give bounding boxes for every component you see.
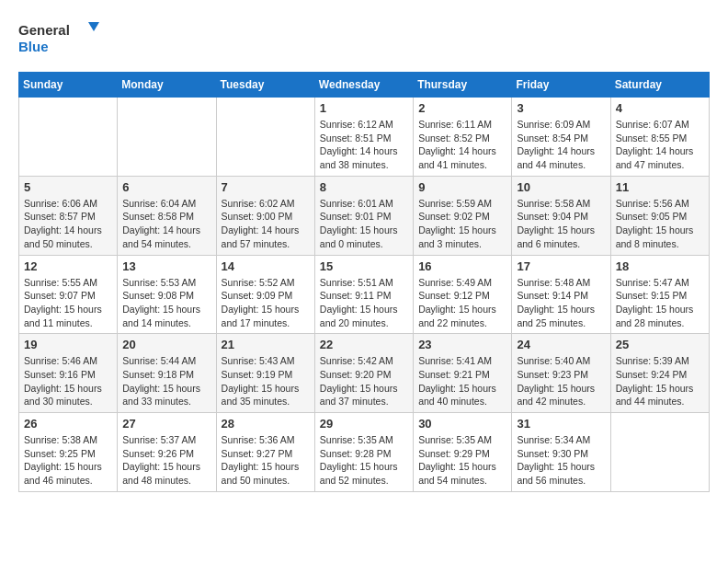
day-info: Sunrise: 5:40 AMSunset: 9:23 PMDaylight:… bbox=[517, 354, 605, 408]
header: General Blue bbox=[18, 18, 710, 57]
day-info: Sunrise: 5:46 AMSunset: 9:16 PMDaylight:… bbox=[24, 354, 112, 408]
weekday-header-thursday: Thursday bbox=[414, 73, 512, 98]
day-number: 1 bbox=[320, 101, 408, 115]
day-number: 2 bbox=[418, 101, 506, 115]
weekday-header-wednesday: Wednesday bbox=[314, 73, 413, 98]
weekday-header-monday: Monday bbox=[118, 73, 216, 98]
day-number: 13 bbox=[122, 259, 210, 273]
day-number: 15 bbox=[320, 259, 408, 273]
day-info: Sunrise: 5:38 AMSunset: 9:25 PMDaylight:… bbox=[24, 433, 112, 488]
day-info: Sunrise: 5:52 AMSunset: 9:09 PMDaylight:… bbox=[222, 276, 310, 330]
calendar-cell: 8Sunrise: 6:01 AMSunset: 9:01 PMDaylight… bbox=[314, 176, 413, 255]
day-number: 20 bbox=[122, 338, 210, 351]
calendar-cell bbox=[216, 98, 314, 177]
calendar-cell: 13Sunrise: 5:53 AMSunset: 9:08 PMDayligh… bbox=[118, 255, 216, 334]
day-number: 11 bbox=[616, 180, 704, 194]
calendar-cell: 29Sunrise: 5:35 AMSunset: 9:28 PMDayligh… bbox=[314, 413, 413, 492]
day-info: Sunrise: 5:37 AMSunset: 9:26 PMDaylight:… bbox=[122, 433, 210, 488]
weekday-header-tuesday: Tuesday bbox=[216, 73, 314, 98]
calendar-cell: 28Sunrise: 5:36 AMSunset: 9:27 PMDayligh… bbox=[216, 413, 314, 492]
day-number: 25 bbox=[616, 338, 704, 351]
day-number: 23 bbox=[418, 338, 506, 351]
day-number: 4 bbox=[616, 101, 704, 115]
calendar-cell: 3Sunrise: 6:09 AMSunset: 8:54 PMDaylight… bbox=[512, 98, 610, 177]
calendar-cell: 26Sunrise: 5:38 AMSunset: 9:25 PMDayligh… bbox=[19, 413, 118, 492]
calendar-cell: 22Sunrise: 5:42 AMSunset: 9:20 PMDayligh… bbox=[314, 334, 413, 413]
calendar-week-row: 19Sunrise: 5:46 AMSunset: 9:16 PMDayligh… bbox=[19, 334, 710, 413]
calendar-cell: 19Sunrise: 5:46 AMSunset: 9:16 PMDayligh… bbox=[19, 334, 118, 413]
svg-text:Blue: Blue bbox=[18, 39, 49, 54]
day-info: Sunrise: 5:55 AMSunset: 9:07 PMDaylight:… bbox=[24, 276, 112, 330]
day-number: 17 bbox=[517, 259, 605, 273]
calendar-cell: 21Sunrise: 5:43 AMSunset: 9:19 PMDayligh… bbox=[216, 334, 314, 413]
day-info: Sunrise: 6:07 AMSunset: 8:55 PMDaylight:… bbox=[616, 118, 704, 172]
calendar-cell: 4Sunrise: 6:07 AMSunset: 8:55 PMDaylight… bbox=[610, 98, 709, 177]
calendar-cell: 2Sunrise: 6:11 AMSunset: 8:52 PMDaylight… bbox=[414, 98, 512, 177]
calendar-cell bbox=[118, 98, 216, 177]
day-info: Sunrise: 6:02 AMSunset: 9:00 PMDaylight:… bbox=[222, 197, 310, 251]
day-number: 30 bbox=[418, 417, 506, 431]
day-number: 14 bbox=[222, 259, 310, 273]
day-info: Sunrise: 5:35 AMSunset: 9:28 PMDaylight:… bbox=[320, 433, 408, 488]
page: General Blue SundayMondayTuesdayWednesda… bbox=[0, 0, 728, 511]
weekday-header-saturday: Saturday bbox=[610, 73, 709, 98]
calendar-cell: 6Sunrise: 6:04 AMSunset: 8:58 PMDaylight… bbox=[118, 176, 216, 255]
day-info: Sunrise: 5:48 AMSunset: 9:14 PMDaylight:… bbox=[517, 276, 605, 330]
day-info: Sunrise: 5:34 AMSunset: 9:30 PMDaylight:… bbox=[517, 433, 605, 488]
day-info: Sunrise: 6:04 AMSunset: 8:58 PMDaylight:… bbox=[122, 197, 210, 251]
calendar-cell: 10Sunrise: 5:58 AMSunset: 9:04 PMDayligh… bbox=[512, 176, 610, 255]
day-number: 9 bbox=[418, 180, 506, 194]
day-info: Sunrise: 6:12 AMSunset: 8:51 PMDaylight:… bbox=[320, 118, 408, 172]
day-info: Sunrise: 5:49 AMSunset: 9:12 PMDaylight:… bbox=[418, 276, 506, 330]
day-info: Sunrise: 5:43 AMSunset: 9:19 PMDaylight:… bbox=[222, 354, 310, 408]
day-number: 21 bbox=[222, 338, 310, 351]
calendar-cell: 31Sunrise: 5:34 AMSunset: 9:30 PMDayligh… bbox=[512, 413, 610, 492]
day-number: 10 bbox=[517, 180, 605, 194]
weekday-header-row: SundayMondayTuesdayWednesdayThursdayFrid… bbox=[19, 73, 710, 98]
day-info: Sunrise: 5:56 AMSunset: 9:05 PMDaylight:… bbox=[616, 197, 704, 251]
day-number: 8 bbox=[320, 180, 408, 194]
day-info: Sunrise: 5:53 AMSunset: 9:08 PMDaylight:… bbox=[122, 276, 210, 330]
calendar-cell: 24Sunrise: 5:40 AMSunset: 9:23 PMDayligh… bbox=[512, 334, 610, 413]
day-info: Sunrise: 5:58 AMSunset: 9:04 PMDaylight:… bbox=[517, 197, 605, 251]
calendar-cell: 20Sunrise: 5:44 AMSunset: 9:18 PMDayligh… bbox=[118, 334, 216, 413]
day-info: Sunrise: 5:44 AMSunset: 9:18 PMDaylight:… bbox=[122, 354, 210, 408]
day-info: Sunrise: 5:59 AMSunset: 9:02 PMDaylight:… bbox=[418, 197, 506, 251]
day-info: Sunrise: 5:35 AMSunset: 9:29 PMDaylight:… bbox=[418, 433, 506, 488]
svg-text:General: General bbox=[18, 22, 70, 38]
day-number: 27 bbox=[122, 417, 210, 431]
day-info: Sunrise: 5:47 AMSunset: 9:15 PMDaylight:… bbox=[616, 276, 704, 330]
day-number: 7 bbox=[222, 180, 310, 194]
calendar-cell: 5Sunrise: 6:06 AMSunset: 8:57 PMDaylight… bbox=[19, 176, 118, 255]
calendar-cell: 17Sunrise: 5:48 AMSunset: 9:14 PMDayligh… bbox=[512, 255, 610, 334]
calendar-cell bbox=[19, 98, 118, 177]
calendar-cell: 11Sunrise: 5:56 AMSunset: 9:05 PMDayligh… bbox=[610, 176, 709, 255]
calendar-cell: 14Sunrise: 5:52 AMSunset: 9:09 PMDayligh… bbox=[216, 255, 314, 334]
calendar-week-row: 1Sunrise: 6:12 AMSunset: 8:51 PMDaylight… bbox=[19, 98, 710, 177]
day-number: 22 bbox=[320, 338, 408, 351]
calendar-cell: 27Sunrise: 5:37 AMSunset: 9:26 PMDayligh… bbox=[118, 413, 216, 492]
day-number: 6 bbox=[122, 180, 210, 194]
calendar-cell: 16Sunrise: 5:49 AMSunset: 9:12 PMDayligh… bbox=[414, 255, 512, 334]
svg-marker-2 bbox=[88, 22, 99, 31]
day-number: 19 bbox=[24, 338, 112, 351]
day-number: 18 bbox=[616, 259, 704, 273]
calendar-cell: 23Sunrise: 5:41 AMSunset: 9:21 PMDayligh… bbox=[414, 334, 512, 413]
day-info: Sunrise: 6:09 AMSunset: 8:54 PMDaylight:… bbox=[517, 118, 605, 172]
calendar-week-row: 12Sunrise: 5:55 AMSunset: 9:07 PMDayligh… bbox=[19, 255, 710, 334]
day-info: Sunrise: 6:06 AMSunset: 8:57 PMDaylight:… bbox=[24, 197, 112, 251]
weekday-header-sunday: Sunday bbox=[19, 73, 118, 98]
calendar-cell: 9Sunrise: 5:59 AMSunset: 9:02 PMDaylight… bbox=[414, 176, 512, 255]
calendar-week-row: 5Sunrise: 6:06 AMSunset: 8:57 PMDaylight… bbox=[19, 176, 710, 255]
calendar-cell: 25Sunrise: 5:39 AMSunset: 9:24 PMDayligh… bbox=[610, 334, 709, 413]
calendar-header: SundayMondayTuesdayWednesdayThursdayFrid… bbox=[19, 73, 710, 98]
day-info: Sunrise: 5:36 AMSunset: 9:27 PMDaylight:… bbox=[222, 433, 310, 488]
calendar-cell bbox=[610, 413, 709, 492]
calendar-week-row: 26Sunrise: 5:38 AMSunset: 9:25 PMDayligh… bbox=[19, 413, 710, 492]
day-number: 28 bbox=[222, 417, 310, 431]
calendar-table: SundayMondayTuesdayWednesdayThursdayFrid… bbox=[18, 72, 710, 492]
calendar-cell: 15Sunrise: 5:51 AMSunset: 9:11 PMDayligh… bbox=[314, 255, 413, 334]
day-number: 16 bbox=[418, 259, 506, 273]
day-info: Sunrise: 5:39 AMSunset: 9:24 PMDaylight:… bbox=[616, 354, 704, 408]
day-number: 5 bbox=[24, 180, 112, 194]
